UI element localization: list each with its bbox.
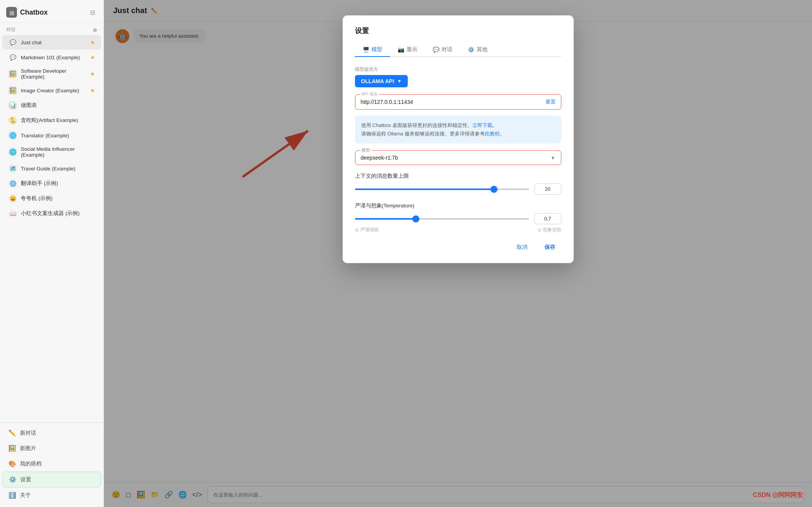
about-icon: ℹ️ (8, 492, 16, 499)
item-label: 夸夸机 (示例) (21, 195, 53, 202)
sidebar-item-new-chat[interactable]: ✏️ 新对话 (2, 425, 101, 440)
item-star: ★ (90, 39, 95, 45)
item-label: 翻译助手 (示例) (21, 180, 58, 187)
context-value-box[interactable]: 20 (534, 183, 561, 195)
temp-left-icon: ⊙ (355, 227, 359, 233)
context-slider[interactable] (355, 188, 529, 190)
sidebar-item-software-dev[interactable]: 🖼️ Software Developer (Example) ★ (2, 65, 101, 83)
provider-chevron-icon: ▼ (397, 78, 402, 84)
item-label: Just chat (21, 40, 42, 45)
download-link[interactable]: 立即下载 (472, 122, 492, 128)
sidebar-item-xiaohongshu[interactable]: 📖 小红书文案生成器 (示例) (2, 206, 101, 221)
item-star: ★ (90, 87, 95, 93)
sidebar-item-markdown[interactable]: 💬 Markdown 101 (Example) ★ (2, 50, 101, 65)
modal-overlay[interactable]: 设置 🖥️ 模型 📷 显示 💬 对话 ⚙️ 其他 (104, 0, 812, 507)
tab-display[interactable]: 📷 显示 (390, 43, 425, 57)
item-label: Markdown 101 (Example) (21, 55, 80, 60)
sidebar-item-my-profile[interactable]: 🎨 我的搭档 (2, 456, 101, 471)
settings-modal: 设置 🖥️ 模型 📷 显示 💬 对话 ⚙️ 其他 (343, 15, 574, 263)
provider-label: 模型提供方 (355, 66, 561, 73)
item-icon: 📖 (8, 209, 17, 218)
sidebar-items-list: 💬 Just chat ★ 💬 Markdown 101 (Example) ★… (0, 35, 104, 422)
sidebar-item-social-media[interactable]: 🌐 Social Media Influencer (Example) (2, 143, 101, 161)
my-profile-icon: 🎨 (8, 460, 16, 467)
item-icon: 💬 (8, 53, 17, 62)
tab-other[interactable]: ⚙️ 其他 (460, 43, 495, 57)
reset-button[interactable]: 重置 (546, 98, 556, 105)
settings-label: 设置 (20, 476, 31, 483)
new-chat-icon: ✏️ (8, 429, 16, 437)
item-icon: 🗺️ (8, 164, 17, 173)
sidebar-collapse-button[interactable]: ⊟ (87, 7, 97, 17)
item-icon: 🖼️ (8, 70, 17, 78)
item-icon: 💬 (8, 38, 17, 47)
modal-title: 设置 (355, 26, 561, 35)
temp-label-left: ⊙ 严谨细致 (355, 227, 379, 233)
api-domain-row: http://127.0.0.1:11434 重置 (361, 98, 556, 105)
model-select-wrapper: deepseek-r1:7b ▼ (361, 155, 556, 161)
item-label: Travel Guide (Example) (21, 166, 75, 172)
tab-model[interactable]: 🖥️ 模型 (355, 43, 390, 57)
item-label: Image Creator (Example) (21, 88, 79, 93)
item-star: ★ (90, 54, 95, 60)
info-line2: 请确保远程 Ollama 服务能够远程连接。更多详情请参考此教程。 (361, 130, 555, 138)
conversations-label: 对话 (6, 27, 15, 33)
tab-model-label: 模型 (372, 46, 382, 53)
watermark: CSDN @阿阿阿安 (753, 491, 803, 499)
item-icon: 📊 (8, 101, 17, 110)
sidebar-item-fanyi[interactable]: 🌐 翻译助手 (示例) (2, 176, 101, 191)
model-label: 模型 (360, 147, 372, 153)
logo-icon: 🤖 (6, 7, 17, 18)
item-icon: 🌐 (8, 179, 17, 188)
sidebar-item-travel[interactable]: 🗺️ Travel Guide (Example) (2, 161, 101, 176)
tab-conversation-label: 对话 (442, 46, 452, 53)
tutorial-link[interactable]: 此教程 (485, 131, 500, 137)
item-label: Social Media Influencer (Example) (21, 146, 95, 158)
sidebar-item-image-creator[interactable]: 🖼️ Image Creator (Example) ★ (2, 83, 101, 98)
item-icon: 🌐 (8, 148, 17, 156)
item-label: 贪吃蛇(Artifact Example) (21, 117, 78, 124)
sidebar-item-new-image[interactable]: 🖼️ 新图片 (2, 441, 101, 456)
temperature-slider-thumb (412, 215, 419, 222)
sidebar-header: 🤖 Chatbox ⊟ (0, 0, 104, 23)
tab-conversation[interactable]: 💬 对话 (425, 43, 460, 57)
item-star: ★ (90, 71, 95, 77)
tab-other-label: 其他 (477, 46, 487, 53)
sidebar-bottom: ✏️ 新对话 🖼️ 新图片 🎨 我的搭档 ⚙️ 设置 ℹ️ 关于 (0, 422, 104, 503)
sidebar-item-translator[interactable]: 🌐 Translator (Example) (2, 128, 101, 143)
my-profile-label: 我的搭档 (20, 460, 42, 467)
temperature-slider[interactable] (355, 218, 529, 220)
api-domain-label: API 域名 (360, 91, 380, 97)
sidebar-item-kuakua[interactable]: 😄 夸夸机 (示例) (2, 191, 101, 206)
temperature-label: 严谨与想象(Temperature) (355, 202, 561, 209)
info-box: 使用 Chatbox 桌面版获得更好的连接性和稳定性。立即下载。 请确保远程 O… (355, 116, 561, 143)
modal-tabs: 🖥️ 模型 📷 显示 💬 对话 ⚙️ 其他 (355, 43, 561, 57)
context-limit-section: 上下文的消息数量上限 20 (355, 173, 561, 195)
new-conversation-icon[interactable]: ⊕ (93, 27, 97, 33)
sidebar-item-about[interactable]: ℹ️ 关于 (2, 488, 101, 503)
provider-button[interactable]: OLLAMA API ▼ (355, 75, 408, 87)
sidebar: 🤖 Chatbox ⊟ 对话 ⊕ 💬 Just chat ★ 💬 Markdow… (0, 0, 104, 507)
item-icon: 🌐 (8, 131, 17, 140)
sidebar-item-zuotubiao[interactable]: 📊 做图表 (2, 98, 101, 113)
temperature-value-box[interactable]: 0.7 (534, 213, 561, 224)
sidebar-item-just-chat[interactable]: 💬 Just chat ★ (2, 35, 101, 50)
tab-display-icon: 📷 (398, 47, 404, 53)
provider-value: OLLAMA API (361, 78, 394, 84)
context-limit-label: 上下文的消息数量上限 (355, 173, 561, 180)
item-label: Translator (Example) (21, 133, 69, 138)
temp-right-icon: ⊙ (537, 227, 541, 233)
context-slider-row: 20 (355, 183, 561, 195)
cancel-button[interactable]: 取消 (511, 241, 534, 254)
info-line1: 使用 Chatbox 桌面版获得更好的连接性和稳定性。立即下载。 (361, 121, 555, 130)
save-button[interactable]: 保存 (538, 241, 561, 254)
item-icon: 🖼️ (8, 86, 17, 95)
sidebar-item-settings[interactable]: ⚙️ 设置 (2, 472, 101, 487)
item-label: 做图表 (21, 102, 37, 109)
context-slider-thumb (491, 186, 497, 193)
temp-label-right: ⊙ 想象发散 (537, 227, 561, 233)
sidebar-item-tanchishe[interactable]: 🐍 贪吃蛇(Artifact Example) (2, 113, 101, 128)
model-field: 模型 deepseek-r1:7b ▼ (355, 150, 561, 165)
model-chevron-icon: ▼ (551, 155, 556, 161)
settings-icon: ⚙️ (9, 476, 17, 483)
